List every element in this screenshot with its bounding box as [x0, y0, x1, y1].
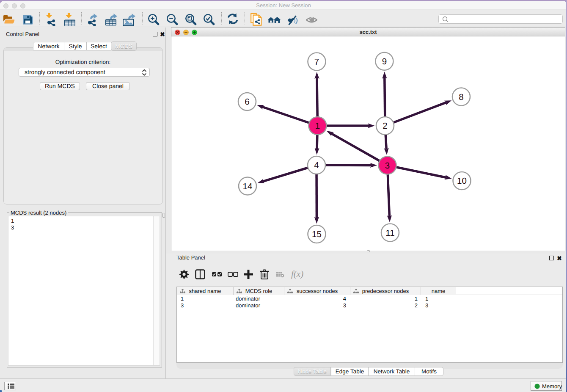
- svg-text:9: 9: [382, 57, 387, 66]
- svg-text:10: 10: [457, 176, 467, 186]
- svg-text:1: 1: [315, 121, 320, 131]
- svg-text:7: 7: [314, 57, 319, 67]
- svg-text:3: 3: [385, 161, 390, 171]
- svg-text:15: 15: [312, 229, 322, 239]
- svg-text:4: 4: [314, 160, 319, 170]
- svg-text:11: 11: [385, 228, 394, 238]
- svg-text:2: 2: [383, 121, 387, 131]
- svg-text:6: 6: [245, 97, 249, 107]
- svg-text:8: 8: [459, 92, 463, 102]
- svg-text:14: 14: [243, 182, 253, 191]
